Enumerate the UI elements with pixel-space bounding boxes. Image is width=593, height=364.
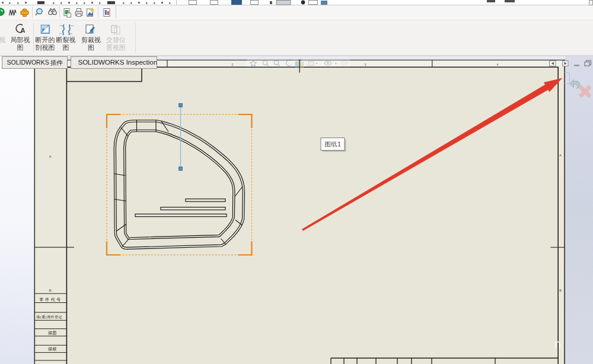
svg-text:A: A xyxy=(21,27,25,34)
svg-text:B: B xyxy=(49,289,52,292)
svg-text:A: A xyxy=(49,155,52,158)
svg-text:3: 3 xyxy=(365,63,366,66)
svg-text:B: B xyxy=(559,289,562,292)
svg-text:2: 2 xyxy=(232,63,234,66)
svg-text:4: 4 xyxy=(497,63,499,66)
svg-text:A: A xyxy=(559,154,562,157)
